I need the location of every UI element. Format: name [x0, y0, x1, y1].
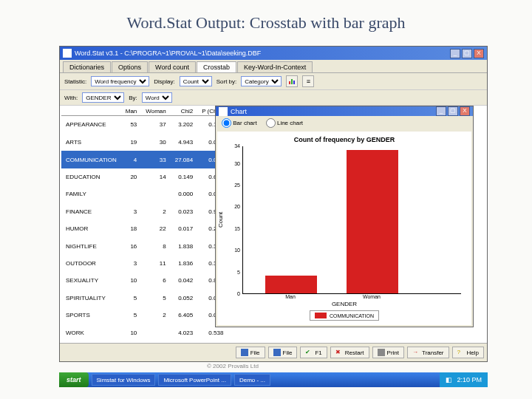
table-cell: 53: [121, 116, 142, 134]
table-row[interactable]: SPORTS526.4050.040: [61, 307, 228, 324]
y-tick: 34: [225, 143, 240, 149]
close-button[interactable]: X: [474, 49, 484, 58]
file-button[interactable]: File: [236, 347, 265, 358]
column-header: Chi2: [171, 107, 197, 116]
system-tray[interactable]: ◧ 2:10 PM: [440, 372, 488, 387]
transfer-button[interactable]: →Transfer: [407, 347, 449, 358]
table-cell: 16: [121, 237, 142, 254]
table-cell: 33: [141, 151, 170, 168]
help-icon: ?: [457, 349, 465, 356]
table-cell: 0.017: [171, 220, 197, 237]
tool-icon[interactable]: ≡: [302, 75, 314, 87]
statistic-label: Statistic:: [64, 78, 86, 85]
table-cell: 0.052: [171, 290, 197, 307]
statistic-select[interactable]: Word frequency: [91, 76, 149, 86]
svg-rect-2: [293, 81, 295, 84]
tab-dictionaries[interactable]: Dictionaries: [63, 61, 111, 72]
tab-key-word-in-context[interactable]: Key-Word-In-Context: [237, 61, 313, 72]
table-cell: 3.202: [171, 116, 197, 134]
start-button[interactable]: start: [59, 372, 89, 387]
taskbar: start Simstat for WindowsMicrosoft Power…: [59, 372, 488, 387]
table-cell: 10: [121, 324, 142, 341]
table-row[interactable]: SPIRITUALITY550.0520.034: [61, 290, 228, 307]
with-select[interactable]: GENDER: [82, 92, 124, 103]
chart-options: Bar chart Line chart: [216, 116, 473, 130]
taskbar-task[interactable]: Simstat for Windows: [92, 374, 156, 386]
tab-word-count[interactable]: Word count: [149, 61, 196, 72]
print-button[interactable]: Print: [372, 347, 404, 358]
table-cell: 19: [121, 134, 142, 151]
column-header: Man: [121, 107, 142, 116]
titlebar: Word.Stat v3.1 - C:\PROGRA~1\PROVAL~1\Da…: [60, 47, 487, 60]
restart-button[interactable]: ✖Restart: [330, 347, 369, 358]
table-cell: 14: [141, 168, 170, 185]
table-row[interactable]: OUTDOOR3111.8360.330: [61, 255, 228, 272]
table-cell: 8: [141, 237, 170, 254]
taskbar-task[interactable]: Demo - ...: [234, 374, 270, 386]
y-tick: 20: [225, 204, 240, 209]
table-cell: HUMOR: [61, 220, 121, 237]
check-icon: ✔: [305, 349, 313, 356]
slide-title: Word.Stat Output: Crosstab with bar grap…: [0, 0, 532, 38]
table-row[interactable]: SEXUALITY1060.0420.835: [61, 272, 228, 289]
table-cell: [121, 185, 142, 202]
bar-chart-radio[interactable]: Bar chart: [222, 118, 257, 128]
chart-minimize-button[interactable]: _: [436, 106, 446, 116]
x-axis-label: GENDER: [222, 301, 467, 307]
taskbar-task[interactable]: Microsoft PowerPoint ...: [158, 374, 231, 386]
chart-maximize-button[interactable]: ▢: [448, 106, 458, 116]
table-row[interactable]: EDUCATION20140.1490.695: [61, 168, 228, 185]
printer-icon: [378, 349, 385, 356]
y-tick: 30: [225, 161, 240, 166]
table-cell: 4.023: [171, 324, 197, 341]
y-tick: 10: [225, 248, 240, 253]
maximize-button[interactable]: ▢: [462, 49, 472, 58]
table-cell: 4.943: [171, 134, 197, 151]
clock: 2:10 PM: [457, 376, 482, 383]
sort-select[interactable]: Category: [241, 76, 282, 86]
line-chart-radio[interactable]: Line chart: [266, 118, 303, 128]
toolbar-row-1: Statistic: Word frequency Display: Count…: [60, 73, 487, 90]
table-row[interactable]: WORK104.0230.538: [61, 324, 228, 341]
file-button-2[interactable]: File: [268, 347, 298, 358]
table-cell: EDUCATION: [61, 168, 121, 185]
table-cell: 18: [121, 220, 142, 237]
by-select[interactable]: Word: [142, 92, 172, 103]
tab-options[interactable]: Options: [112, 61, 148, 72]
table-cell: 0.149: [171, 168, 197, 185]
cross-icon: ✖: [335, 349, 343, 356]
table-cell: 5: [121, 307, 142, 324]
table-cell: 10: [121, 272, 142, 289]
tab-crosstab[interactable]: Crosstab: [197, 61, 236, 72]
display-select[interactable]: Count: [180, 76, 212, 86]
table-cell: 11: [141, 255, 170, 272]
table-cell: 0.000: [171, 185, 197, 202]
toolbar-row-2: With: GENDER By: Word: [60, 90, 487, 106]
chart-close-button[interactable]: X: [460, 106, 470, 116]
chart-area: Count of frequency by GENDER Count 05101…: [217, 132, 471, 325]
help-button[interactable]: ?Help: [452, 347, 484, 358]
table-cell: 0.023: [171, 203, 197, 220]
table-cell: COMMUNICATION: [61, 151, 121, 168]
chart-title: Count of frequency by GENDER: [222, 136, 467, 143]
table-row[interactable]: HUMOR18220.0170.210: [61, 220, 228, 237]
chart-plot: 05101520253034: [242, 146, 461, 294]
table-cell: 6.405: [171, 307, 197, 324]
by-label: By:: [129, 95, 137, 101]
table-row[interactable]: NIGHTLIFE1681.8380.333: [61, 237, 228, 254]
table-cell: SPORTS: [61, 307, 121, 324]
table-row[interactable]: COMMUNICATION43327.0840.000: [61, 151, 228, 168]
table-cell: 30: [141, 134, 170, 151]
table-row[interactable]: APPEARANCE53373.2020.107: [61, 116, 228, 134]
f1-button[interactable]: ✔F1: [300, 347, 327, 358]
table-row[interactable]: FAMILY0.0000.000: [61, 185, 228, 202]
table-cell: SEXUALITY: [61, 272, 121, 289]
minimize-button[interactable]: _: [450, 49, 460, 58]
table-cell: 2: [141, 307, 170, 324]
chart-icon[interactable]: [286, 75, 298, 87]
table-row[interactable]: ARTS19304.9430.032: [61, 134, 228, 151]
table-cell: 22: [141, 220, 170, 237]
tray-icon[interactable]: ◧: [446, 376, 452, 383]
table-row[interactable]: FINANCE320.0230.933: [61, 203, 228, 220]
legend-label: COMMUNICATION: [330, 313, 374, 318]
